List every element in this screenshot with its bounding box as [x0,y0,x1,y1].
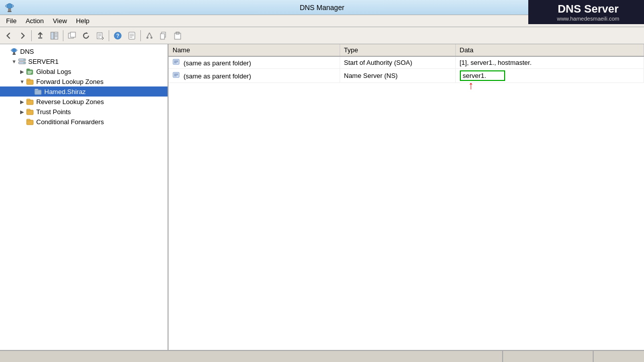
separator-2 [63,30,63,41]
window-title: DNS Manager [300,4,345,12]
table-row[interactable]: (same as parent folder) Name Server (NS)… [169,69,644,83]
export-button[interactable] [94,29,107,42]
expander-dns [2,47,10,55]
reverse-lookup-icon [26,98,34,106]
svg-rect-54 [27,109,30,111]
expander-forward-lookup: ▼ [18,77,26,85]
tree-label-reverse-lookup: Reverse Lookup Zones [36,98,104,106]
table-row[interactable]: (same as parent folder) Start of Authori… [169,56,644,69]
svg-rect-29 [160,34,165,39]
row1-name: (same as parent folder) [169,56,340,69]
server-icon [18,57,26,65]
menu-action[interactable]: Action [22,16,48,26]
tree-label-trust-points: Trust Points [36,108,71,116]
tree-label-conditional-forwarders: Conditional Forwarders [36,118,104,126]
svg-text:?: ? [116,33,119,39]
status-bar [0,350,644,362]
main-content: DNS ▼ SERVER1 ▶ [0,44,644,350]
svg-rect-48 [27,79,30,80]
copy-button[interactable] [157,29,170,42]
svg-rect-6 [51,32,54,39]
conditional-forwarders-icon [26,118,34,126]
col-data[interactable]: Data [455,44,644,56]
svg-rect-37 [13,54,16,55]
svg-point-27 [150,37,152,39]
separator-3 [109,30,109,41]
svg-rect-5 [38,37,42,39]
svg-line-25 [149,33,151,37]
paste-button[interactable] [171,29,184,42]
tree-item-reverse-lookup[interactable]: ▶ Reverse Lookup Zones [0,97,168,107]
tree-item-hamed-shiraz[interactable]: Hamed.Shiraz [0,86,168,97]
svg-point-26 [146,37,148,39]
tree-item-forward-lookup[interactable]: ▼ Forward Lookup Zones [0,76,168,86]
tree-item-conditional-forwarders[interactable]: Conditional Forwarders [0,117,168,127]
col-type[interactable]: Type [340,44,455,56]
brand-overlay: DNS Server www.hamedesmaeili.com [528,0,644,24]
back-button[interactable] [2,29,15,42]
help-button[interactable]: ? [111,29,124,42]
brand-url: www.hamedesmaeili.com [557,16,619,22]
tree-item-global-logs[interactable]: ▶ Global Logs [0,66,168,76]
record-icon-2 [173,71,180,78]
menu-view[interactable]: View [49,16,71,26]
tree-label-hamed-shiraz: Hamed.Shiraz [44,88,86,96]
svg-rect-12 [70,32,75,37]
svg-rect-56 [27,119,30,121]
tree-label-server1: SERVER1 [28,58,58,65]
expander-trust-points: ▶ [18,108,26,116]
record-icon-1 [173,58,180,65]
global-logs-icon [26,67,34,75]
title-bar: DNS Manager DNS Server www.hamedesmaeili… [0,0,644,15]
forward-lookup-icon [26,77,34,85]
row2-name: (same as parent folder) [169,69,340,83]
editing-cell-wrapper [460,70,505,81]
svg-rect-50 [35,89,38,90]
svg-rect-52 [27,99,30,101]
svg-line-24 [147,33,149,37]
cut-button[interactable] [143,29,156,42]
menu-help[interactable]: Help [72,16,94,26]
red-arrow-annotation: ↑ [468,80,474,91]
right-panel: Name Type Data [169,44,644,350]
data-cell-input[interactable] [463,72,498,79]
tree-panel: DNS ▼ SERVER1 ▶ [0,44,169,350]
svg-rect-43 [27,69,30,70]
expander-global-logs: ▶ [18,67,26,75]
tree-item-server1[interactable]: ▼ SERVER1 [0,56,168,66]
tree-label-forward-lookup: Forward Lookup Zones [36,78,104,85]
menu-file[interactable]: File [2,16,21,26]
app-icon [4,2,15,13]
tree-label-dns: DNS [20,48,34,55]
tree-item-dns[interactable]: DNS [0,46,168,56]
brand-title: DNS Server [557,3,618,16]
status-segment-3 [594,351,644,362]
row2-name-text: (same as parent folder) [184,72,251,80]
up-button[interactable] [34,29,47,42]
table-container: Name Type Data [169,44,644,350]
expander-server1: ▼ [10,57,18,65]
row2-type: Name Server (NS) [340,69,455,83]
dns-records-table: Name Type Data [169,44,644,83]
tree-label-global-logs: Global Logs [36,68,71,75]
trust-points-icon [26,108,34,116]
svg-rect-32 [176,32,179,34]
console-tree-button[interactable] [48,29,61,42]
row1-data: [1], server1., hostmaster. [455,56,644,69]
col-name[interactable]: Name [169,44,340,56]
toolbar: ? [0,27,644,44]
expander-hamed-shiraz [26,87,34,96]
expander-reverse-lookup: ▶ [18,98,26,106]
new-window-button[interactable] [65,29,78,42]
properties-button[interactable] [125,29,138,42]
row1-type: Start of Authority (SOA) [340,56,455,69]
status-segment-2 [503,351,594,362]
separator-1 [31,30,32,41]
tree-item-trust-points[interactable]: ▶ Trust Points [0,107,168,117]
svg-rect-7 [54,32,58,39]
svg-point-40 [24,59,25,60]
row2-data-cell[interactable]: ↑ [455,69,644,83]
forward-button[interactable] [16,29,29,42]
refresh-button[interactable] [79,29,93,42]
expander-conditional-forwarders [18,118,26,126]
